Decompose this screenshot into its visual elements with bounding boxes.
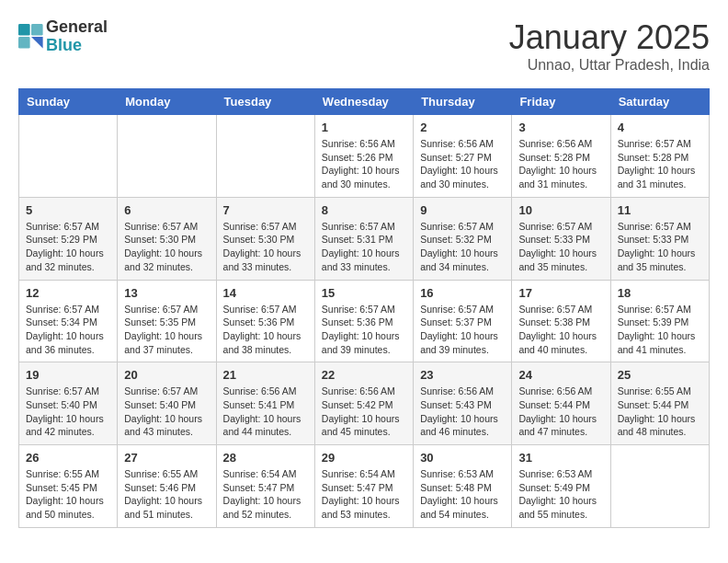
day-number: 7: [223, 203, 308, 217]
weekday-header: Monday: [118, 89, 216, 115]
calendar-cell: 1Sunrise: 6:56 AM Sunset: 5:26 PM Daylig…: [314, 115, 413, 198]
weekday-header: Sunday: [19, 89, 118, 115]
weekday-header: Friday: [512, 89, 610, 115]
calendar-cell: 30Sunrise: 6:53 AM Sunset: 5:48 PM Dayli…: [414, 445, 512, 528]
calendar-cell: 9Sunrise: 6:57 AM Sunset: 5:32 PM Daylig…: [414, 197, 512, 280]
day-number: 27: [124, 451, 209, 465]
weekday-header: Tuesday: [216, 89, 314, 115]
day-info: Sunrise: 6:57 AM Sunset: 5:37 PM Dayligh…: [420, 303, 505, 357]
calendar-cell: 20Sunrise: 6:57 AM Sunset: 5:40 PM Dayli…: [118, 362, 216, 445]
calendar-cell: 10Sunrise: 6:57 AM Sunset: 5:33 PM Dayli…: [512, 197, 610, 280]
calendar-cell: 3Sunrise: 6:56 AM Sunset: 5:28 PM Daylig…: [512, 115, 610, 198]
weekday-header: Thursday: [414, 89, 512, 115]
day-info: Sunrise: 6:53 AM Sunset: 5:48 PM Dayligh…: [420, 467, 505, 522]
calendar-cell: 23Sunrise: 6:56 AM Sunset: 5:43 PM Dayli…: [414, 362, 512, 445]
day-info: Sunrise: 6:56 AM Sunset: 5:27 PM Dayligh…: [420, 137, 505, 191]
calendar-week-row: 12Sunrise: 6:57 AM Sunset: 5:34 PM Dayli…: [19, 280, 710, 362]
calendar-cell: 29Sunrise: 6:54 AM Sunset: 5:47 PM Dayli…: [314, 445, 413, 528]
calendar-week-row: 26Sunrise: 6:55 AM Sunset: 5:45 PM Dayli…: [19, 445, 710, 528]
day-info: Sunrise: 6:56 AM Sunset: 5:44 PM Dayligh…: [518, 385, 603, 439]
day-number: 25: [618, 368, 702, 382]
calendar-week-row: 1Sunrise: 6:56 AM Sunset: 5:26 PM Daylig…: [19, 115, 710, 198]
svg-rect-1: [31, 24, 43, 36]
day-info: Sunrise: 6:55 AM Sunset: 5:44 PM Dayligh…: [618, 385, 702, 439]
calendar-cell: 22Sunrise: 6:56 AM Sunset: 5:42 PM Dayli…: [314, 362, 413, 445]
day-info: Sunrise: 6:56 AM Sunset: 5:42 PM Dayligh…: [322, 385, 406, 439]
day-info: Sunrise: 6:56 AM Sunset: 5:41 PM Dayligh…: [223, 385, 308, 439]
day-number: 28: [223, 451, 308, 465]
day-number: 30: [420, 451, 505, 465]
day-info: Sunrise: 6:57 AM Sunset: 5:39 PM Dayligh…: [618, 303, 702, 357]
calendar-cell: [118, 115, 216, 198]
day-number: 20: [124, 368, 209, 382]
svg-rect-2: [18, 37, 30, 49]
calendar-cell: 16Sunrise: 6:57 AM Sunset: 5:37 PM Dayli…: [414, 280, 512, 362]
day-number: 3: [518, 121, 603, 134]
day-number: 18: [618, 286, 702, 300]
logo-line2: Blue: [46, 37, 108, 55]
calendar-cell: 8Sunrise: 6:57 AM Sunset: 5:31 PM Daylig…: [314, 197, 413, 280]
day-info: Sunrise: 6:57 AM Sunset: 5:33 PM Dayligh…: [618, 220, 702, 274]
calendar-cell: [19, 115, 118, 198]
day-info: Sunrise: 6:57 AM Sunset: 5:35 PM Dayligh…: [124, 303, 209, 357]
calendar-cell: 5Sunrise: 6:57 AM Sunset: 5:29 PM Daylig…: [19, 197, 118, 280]
day-number: 15: [322, 286, 406, 300]
logo-text: General Blue: [46, 18, 108, 55]
title-block: January 2025 Unnao, Uttar Pradesh, India: [509, 18, 710, 74]
day-number: 16: [420, 286, 505, 300]
calendar-cell: 25Sunrise: 6:55 AM Sunset: 5:44 PM Dayli…: [610, 362, 709, 445]
day-info: Sunrise: 6:57 AM Sunset: 5:40 PM Dayligh…: [26, 385, 110, 439]
calendar-cell: 2Sunrise: 6:56 AM Sunset: 5:27 PM Daylig…: [414, 115, 512, 198]
day-number: 10: [518, 203, 603, 217]
calendar-cell: 24Sunrise: 6:56 AM Sunset: 5:44 PM Dayli…: [512, 362, 610, 445]
day-number: 29: [322, 451, 406, 465]
svg-marker-3: [31, 37, 43, 49]
day-number: 24: [518, 368, 603, 382]
day-number: 22: [322, 368, 406, 382]
calendar-cell: [610, 445, 709, 528]
day-number: 12: [26, 286, 110, 300]
day-info: Sunrise: 6:57 AM Sunset: 5:31 PM Dayligh…: [322, 220, 406, 274]
calendar-cell: 31Sunrise: 6:53 AM Sunset: 5:49 PM Dayli…: [512, 445, 610, 528]
logo-line1: General: [46, 18, 108, 37]
calendar-cell: 26Sunrise: 6:55 AM Sunset: 5:45 PM Dayli…: [19, 445, 118, 528]
day-info: Sunrise: 6:57 AM Sunset: 5:33 PM Dayligh…: [518, 220, 603, 274]
page-header: General Blue January 2025 Unnao, Uttar P…: [18, 18, 710, 74]
day-info: Sunrise: 6:57 AM Sunset: 5:29 PM Dayligh…: [26, 220, 110, 274]
calendar-cell: 27Sunrise: 6:55 AM Sunset: 5:46 PM Dayli…: [118, 445, 216, 528]
day-number: 19: [26, 368, 110, 382]
calendar-cell: 4Sunrise: 6:57 AM Sunset: 5:28 PM Daylig…: [610, 115, 709, 198]
calendar-cell: [216, 115, 314, 198]
day-info: Sunrise: 6:57 AM Sunset: 5:30 PM Dayligh…: [223, 220, 308, 274]
calendar-cell: 14Sunrise: 6:57 AM Sunset: 5:36 PM Dayli…: [216, 280, 314, 362]
logo: General Blue: [18, 18, 108, 55]
day-info: Sunrise: 6:55 AM Sunset: 5:45 PM Dayligh…: [26, 467, 110, 522]
day-info: Sunrise: 6:53 AM Sunset: 5:49 PM Dayligh…: [518, 467, 603, 522]
weekday-header: Saturday: [610, 89, 709, 115]
day-number: 1: [322, 121, 406, 134]
logo-icon: [18, 24, 44, 50]
day-number: 26: [26, 451, 110, 465]
month-title: January 2025: [509, 18, 710, 57]
calendar-cell: 7Sunrise: 6:57 AM Sunset: 5:30 PM Daylig…: [216, 197, 314, 280]
day-info: Sunrise: 6:57 AM Sunset: 5:36 PM Dayligh…: [223, 303, 308, 357]
day-number: 5: [26, 203, 110, 217]
calendar-cell: 18Sunrise: 6:57 AM Sunset: 5:39 PM Dayli…: [610, 280, 709, 362]
day-number: 4: [618, 121, 702, 134]
calendar-week-row: 5Sunrise: 6:57 AM Sunset: 5:29 PM Daylig…: [19, 197, 710, 280]
calendar-cell: 15Sunrise: 6:57 AM Sunset: 5:36 PM Dayli…: [314, 280, 413, 362]
day-number: 21: [223, 368, 308, 382]
day-info: Sunrise: 6:55 AM Sunset: 5:46 PM Dayligh…: [124, 467, 209, 522]
day-number: 13: [124, 286, 209, 300]
day-info: Sunrise: 6:56 AM Sunset: 5:26 PM Dayligh…: [322, 137, 406, 191]
day-number: 17: [518, 286, 603, 300]
calendar-cell: 19Sunrise: 6:57 AM Sunset: 5:40 PM Dayli…: [19, 362, 118, 445]
day-info: Sunrise: 6:56 AM Sunset: 5:28 PM Dayligh…: [518, 137, 603, 191]
day-number: 23: [420, 368, 505, 382]
svg-rect-0: [18, 24, 30, 36]
day-number: 9: [420, 203, 505, 217]
day-info: Sunrise: 6:57 AM Sunset: 5:34 PM Dayligh…: [26, 303, 110, 357]
calendar-cell: 12Sunrise: 6:57 AM Sunset: 5:34 PM Dayli…: [19, 280, 118, 362]
day-number: 14: [223, 286, 308, 300]
calendar-cell: 13Sunrise: 6:57 AM Sunset: 5:35 PM Dayli…: [118, 280, 216, 362]
